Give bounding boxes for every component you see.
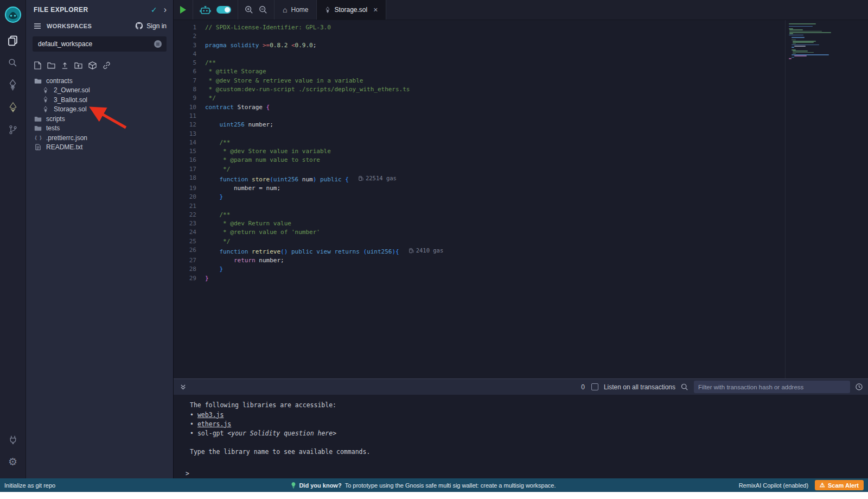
code-line[interactable]: 11 bbox=[174, 112, 868, 121]
history-clock-icon[interactable] bbox=[856, 383, 863, 390]
terminal-link[interactable]: web3.js bbox=[197, 411, 224, 419]
code-line[interactable]: 8 * @custom:dev-run-script ./scripts/dep… bbox=[174, 85, 868, 94]
line-number: 7 bbox=[174, 77, 205, 85]
code-line[interactable]: 17 */ bbox=[174, 165, 868, 174]
code-line[interactable]: 16 * @param num value to store bbox=[174, 156, 868, 165]
terminal-expand-icon[interactable] bbox=[180, 384, 186, 390]
code-line[interactable]: 12 uint256 number; bbox=[174, 121, 868, 129]
upload-folder-icon[interactable] bbox=[74, 62, 82, 69]
plugin-manager-icon[interactable] bbox=[0, 428, 26, 451]
deploy-run-icon[interactable] bbox=[0, 96, 26, 118]
scam-alert-label: Scam Alert bbox=[828, 482, 859, 489]
line-number: 8 bbox=[174, 85, 205, 94]
line-number: 21 bbox=[174, 202, 205, 211]
new-folder-icon[interactable] bbox=[47, 62, 55, 69]
code-line[interactable]: 4 bbox=[174, 50, 868, 59]
terminal-search-icon[interactable] bbox=[681, 383, 688, 391]
file-tree: contracts2_Owner.sol3_Ballot.solStorage.… bbox=[26, 74, 173, 152]
tree-item[interactable]: contracts bbox=[26, 76, 173, 86]
transaction-filter-input[interactable] bbox=[694, 381, 850, 393]
settings-gear-icon[interactable]: ⚙ bbox=[0, 451, 26, 473]
code-line[interactable]: 13 bbox=[174, 130, 868, 138]
file-explorer-icon[interactable] bbox=[0, 29, 26, 52]
code-line[interactable]: 3pragma solidity >=0.8.2 <0.9.0; bbox=[174, 41, 868, 50]
gas-estimate: 2410 gas bbox=[409, 246, 444, 255]
code-line[interactable]: 10contract Storage { bbox=[174, 103, 868, 112]
code-line[interactable]: 22 /** bbox=[174, 211, 868, 219]
line-number: 27 bbox=[174, 256, 205, 265]
solidity-compiler-icon[interactable] bbox=[0, 74, 26, 96]
code-line[interactable]: 23 * @dev Return value bbox=[174, 219, 868, 228]
tree-item[interactable]: { }.prettierrc.json bbox=[26, 133, 173, 143]
code-editor[interactable]: 1// SPDX-License-Identifier: GPL-3.023pr… bbox=[174, 20, 868, 378]
remix-logo[interactable] bbox=[0, 0, 26, 29]
code-line[interactable]: 7 * @dev Store & retrieve value in a var… bbox=[174, 77, 868, 85]
line-number: 20 bbox=[174, 193, 205, 201]
workspace-options-icon[interactable] bbox=[154, 40, 162, 48]
terminal-line: •sol-gpt <your Solidity question here> bbox=[190, 429, 868, 438]
tab-home[interactable]: ⌂ Home bbox=[275, 0, 317, 20]
line-number: 19 bbox=[174, 184, 205, 193]
terminal[interactable]: The following libraries are accessible:•… bbox=[174, 395, 868, 478]
run-script-button[interactable] bbox=[180, 6, 186, 14]
workspace-select[interactable]: default_workspace bbox=[33, 36, 167, 52]
code-line[interactable]: 6 * @title Storage bbox=[174, 67, 868, 76]
terminal-link[interactable]: ethers.js bbox=[197, 420, 231, 428]
terminal-toolbar: 0 Listen on all transactions bbox=[174, 378, 868, 395]
upload-file-icon[interactable] bbox=[61, 61, 68, 70]
code-line[interactable]: 24 * @return value of 'number' bbox=[174, 228, 868, 237]
scam-alert-button[interactable]: ⚠ Scam Alert bbox=[815, 480, 864, 490]
line-number: 1 bbox=[174, 23, 205, 32]
code-line[interactable]: 5/** bbox=[174, 59, 868, 67]
terminal-line bbox=[190, 438, 868, 447]
code-line[interactable]: 25 */ bbox=[174, 237, 868, 246]
line-number: 18 bbox=[174, 174, 205, 184]
copilot-status: RemixAI Copilot (enabled) bbox=[739, 482, 808, 489]
tree-item[interactable]: Storage.sol bbox=[26, 105, 173, 115]
remixai-robot-icon[interactable] bbox=[200, 5, 211, 15]
code-line[interactable]: 18 function store(uint256 num) public {2… bbox=[174, 174, 868, 184]
code-line[interactable]: 14 /** bbox=[174, 138, 868, 147]
code-line[interactable]: 21 bbox=[174, 202, 868, 211]
tree-item-label: scripts bbox=[46, 115, 65, 123]
code-line[interactable]: 20 } bbox=[174, 193, 868, 201]
git-icon[interactable] bbox=[0, 118, 26, 141]
tab-storage-sol[interactable]: Storage.sol × bbox=[317, 0, 386, 20]
sign-in-button[interactable]: Sign in bbox=[135, 22, 167, 30]
line-number: 24 bbox=[174, 228, 205, 237]
workspaces-row: WORKSPACES Sign in bbox=[26, 18, 173, 33]
panel-header: FILE EXPLORER ✓ › bbox=[26, 0, 173, 18]
tree-item[interactable]: tests bbox=[26, 124, 173, 134]
minimap[interactable] bbox=[785, 20, 838, 378]
code-line[interactable]: 26 function retrieve() public view retur… bbox=[174, 246, 868, 256]
line-number: 10 bbox=[174, 103, 205, 112]
code-line[interactable]: 15 * @dev Store value in variable bbox=[174, 147, 868, 156]
tree-item[interactable]: 2_Owner.sol bbox=[26, 86, 173, 96]
code-line[interactable]: 29} bbox=[174, 274, 868, 283]
zoom-in-icon[interactable] bbox=[245, 5, 253, 14]
tree-item[interactable]: scripts bbox=[26, 114, 173, 124]
code-line[interactable]: 28 } bbox=[174, 265, 868, 274]
copilot-toggle[interactable] bbox=[216, 6, 231, 14]
listen-all-checkbox[interactable] bbox=[591, 383, 598, 390]
terminal-line bbox=[190, 457, 868, 466]
hamburger-menu-icon[interactable] bbox=[34, 23, 41, 29]
code-line[interactable]: 19 number = num; bbox=[174, 184, 868, 193]
search-icon[interactable] bbox=[0, 52, 26, 74]
code-line[interactable]: 1// SPDX-License-Identifier: GPL-3.0 bbox=[174, 23, 868, 32]
file-actions-toolbar bbox=[26, 56, 173, 74]
code-line[interactable]: 27 return number; bbox=[174, 256, 868, 265]
publish-workspace-icon[interactable] bbox=[88, 61, 97, 70]
git-init-button[interactable]: Initialize as git repo bbox=[4, 482, 55, 489]
close-tab-icon[interactable]: × bbox=[373, 5, 378, 14]
tree-item[interactable]: 3_Ballot.sol bbox=[26, 95, 173, 105]
code-line[interactable]: 9 */ bbox=[174, 94, 868, 103]
new-file-icon[interactable] bbox=[34, 61, 41, 70]
link-icon[interactable] bbox=[103, 61, 111, 70]
solidity-icon bbox=[41, 96, 50, 103]
code-line[interactable]: 2 bbox=[174, 32, 868, 41]
zoom-out-icon[interactable] bbox=[259, 5, 267, 14]
workspaces-label: WORKSPACES bbox=[47, 23, 135, 29]
chevron-right-icon[interactable]: › bbox=[164, 5, 167, 14]
tree-item[interactable]: README.txt bbox=[26, 143, 173, 153]
